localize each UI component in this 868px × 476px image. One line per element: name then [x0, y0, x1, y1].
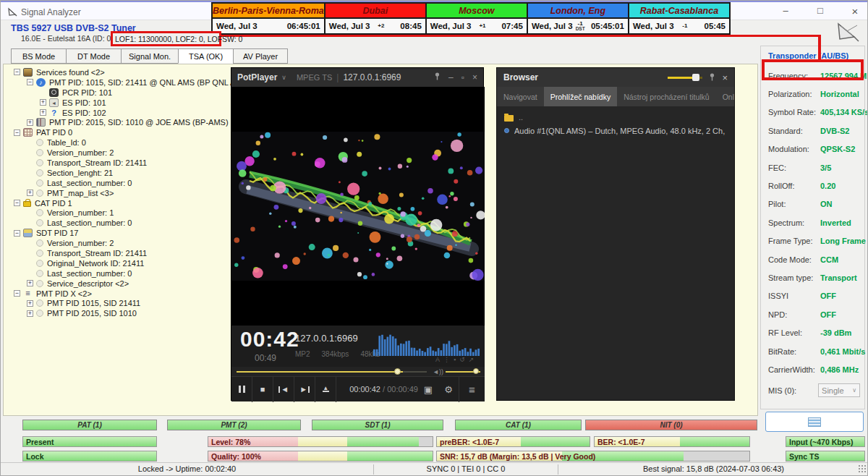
- tree-item[interactable]: SDT PID 17: [8, 228, 232, 238]
- tree-item[interactable]: PCR PID: 101: [8, 88, 232, 98]
- close-icon[interactable]: ×: [472, 72, 477, 82]
- info-value: OFF: [820, 292, 836, 300]
- tab-navigate[interactable]: Navigovat: [497, 87, 544, 106]
- volume-handle[interactable]: [473, 368, 479, 374]
- vis-loop-icon[interactable]: ↺: [459, 356, 465, 363]
- menu-hamburger-icon[interactable]: ≡: [459, 377, 485, 402]
- maximize-icon[interactable]: ▫: [461, 72, 464, 82]
- tree-item[interactable]: PAT PID 0: [8, 127, 232, 137]
- tree-item[interactable]: PMT PID: 2015, SID: 1010 @ JOE AMS (BP-A…: [8, 117, 232, 127]
- tree-item[interactable]: PMT PID 2015, SID 1010: [8, 308, 232, 318]
- potplayer-titlebar[interactable]: PotPlayer ∨ MPEG TS | 127.0.0.1:6969 – ▫…: [231, 68, 483, 87]
- collapse-icon[interactable]: [14, 69, 20, 75]
- expand-icon[interactable]: [27, 300, 33, 307]
- status-bar: Locked -> Uptime: 00:02:40 SYNC 0 | TEI …: [1, 462, 868, 475]
- tab-signal-mon[interactable]: Signal Mon.: [121, 48, 178, 64]
- vis-box-icon[interactable]: ▪: [454, 356, 456, 363]
- tree-item[interactable]: Section_lenght: 21: [8, 168, 232, 178]
- stream-list-button[interactable]: [765, 412, 864, 432]
- tree-item[interactable]: PMT_map_list <3>: [8, 188, 232, 198]
- tab-menu-browser[interactable]: Prohlížeč nabídky: [544, 87, 617, 106]
- tree-item[interactable]: PMT PID X <2>: [8, 289, 232, 299]
- seek-handle[interactable]: [394, 368, 401, 375]
- info-row: Polarization:Horizontal: [768, 85, 861, 103]
- minimize-icon[interactable]: –: [448, 72, 454, 82]
- expand-icon[interactable]: [40, 99, 46, 106]
- maximize-button[interactable]: [811, 5, 830, 17]
- collapse-icon[interactable]: [14, 290, 20, 297]
- collapse-icon[interactable]: [14, 200, 20, 206]
- tab-tsa[interactable]: TSA (OK): [178, 48, 233, 64]
- playlist-panel-icon[interactable]: ▣: [418, 384, 438, 395]
- tree-item[interactable]: Last_section_number: 0: [8, 218, 232, 228]
- clock-moscow: Moscow Wed, Jul 3 +1 07:45: [427, 4, 528, 33]
- clock-date: Wed, Jul 3: [329, 22, 370, 30]
- collapse-icon[interactable]: [14, 230, 20, 237]
- pause-button[interactable]: [231, 377, 252, 402]
- tree-item-label: ES PID: 101: [62, 98, 106, 107]
- tab-av-player[interactable]: AV Player: [233, 48, 288, 64]
- tree-item[interactable]: Transport_Stream ID: 21411: [8, 248, 232, 258]
- chevron-down-icon[interactable]: ∨: [281, 74, 286, 81]
- vis-expand-icon[interactable]: ↗: [469, 356, 475, 363]
- tree-item[interactable]: Original_Network ID: 21411: [8, 258, 232, 268]
- tree-item[interactable]: PMT PID: 1015, SID: 21411 @ QNL AMS (BP …: [8, 77, 232, 88]
- tab-online[interactable]: Online: [716, 87, 734, 106]
- tree-item[interactable]: Transport_Stream ID: 21411: [8, 158, 232, 168]
- tab-subtitle-browser[interactable]: Nástroj procházení titulků: [617, 87, 715, 106]
- collapse-icon[interactable]: [14, 129, 20, 136]
- minimize-button[interactable]: [776, 5, 795, 17]
- next-button[interactable]: ►: [294, 377, 315, 402]
- tree-item-label: Version_number: 2: [47, 148, 114, 157]
- info-row: Code Mode:CCM: [768, 250, 861, 268]
- stream-source-label: 127.0.0.1:6969: [343, 72, 401, 82]
- video-display[interactable]: [231, 87, 485, 326]
- eject-button[interactable]: ▲: [315, 377, 336, 402]
- volume-icon[interactable]: ◄)): [433, 368, 443, 375]
- expand-icon[interactable]: [27, 280, 33, 286]
- opacity-slider[interactable]: [668, 74, 702, 81]
- info-value: Transport: [820, 273, 857, 282]
- previous-button[interactable]: ◄: [273, 377, 294, 402]
- expand-icon[interactable]: [27, 190, 33, 196]
- settings-gear-icon[interactable]: ⚙: [438, 384, 459, 395]
- collapse-icon[interactable]: [27, 79, 33, 85]
- close-button[interactable]: [846, 5, 864, 17]
- expand-icon[interactable]: [27, 119, 33, 126]
- vis-a-icon[interactable]: A: [435, 356, 440, 363]
- clock-offset: -1: [682, 23, 687, 29]
- seek-bar[interactable]: ◄)): [231, 367, 485, 376]
- vis-dots-icon[interactable]: ⋮: [443, 356, 450, 363]
- tree-item[interactable]: Services found <2>: [8, 67, 232, 77]
- audio-track-item[interactable]: Audio #1(QNL AMS) – Dutch, MPEG Audio, 4…: [504, 124, 727, 137]
- tree-item[interactable]: ES PID: 102: [8, 108, 232, 118]
- tree-item[interactable]: CAT PID 1: [8, 198, 232, 208]
- tree-item[interactable]: Last_section_number: 0: [8, 268, 232, 279]
- resize-grip[interactable]: [858, 464, 867, 474]
- tree-item[interactable]: Version_number: 2: [8, 238, 232, 248]
- opacity-handle[interactable]: [692, 74, 699, 81]
- expand-icon[interactable]: [40, 109, 46, 116]
- clock-city: Berlin-Paris-Vienna-Roma: [213, 4, 324, 19]
- browser-titlebar[interactable]: Browser ×: [497, 68, 734, 87]
- total-duration: 00:49: [255, 353, 276, 363]
- tree-item[interactable]: ES PID: 101: [8, 98, 232, 108]
- tree-item[interactable]: Version_number: 2: [8, 148, 232, 158]
- clock-offset: +1: [479, 23, 485, 29]
- lof-annotation-box: LOF1: 11300000, LOF2: 0, LOFSW: 0: [111, 31, 221, 46]
- tree-item[interactable]: PMT PID 1015, SID 21411: [8, 298, 232, 308]
- tree-item[interactable]: Last_section_number: 0: [8, 178, 232, 188]
- mis-dropdown[interactable]: Single∨: [818, 383, 860, 397]
- clock-time: 05:45: [705, 22, 726, 30]
- pin-icon[interactable]: [434, 72, 441, 82]
- parent-directory-item[interactable]: ..: [504, 111, 727, 123]
- pin-icon[interactable]: [709, 71, 715, 84]
- stop-button[interactable]: ■: [252, 377, 273, 402]
- tree-item[interactable]: Table_Id: 0: [8, 137, 232, 148]
- tab-dt-mode[interactable]: DT Mode: [66, 48, 121, 64]
- tree-item[interactable]: Version_number: 1: [8, 208, 232, 218]
- tab-bs-mode[interactable]: BS Mode: [11, 48, 66, 64]
- tree-item[interactable]: Service_descriptor <2>: [8, 279, 232, 289]
- close-icon[interactable]: ×: [722, 72, 728, 83]
- expand-icon[interactable]: [27, 310, 33, 317]
